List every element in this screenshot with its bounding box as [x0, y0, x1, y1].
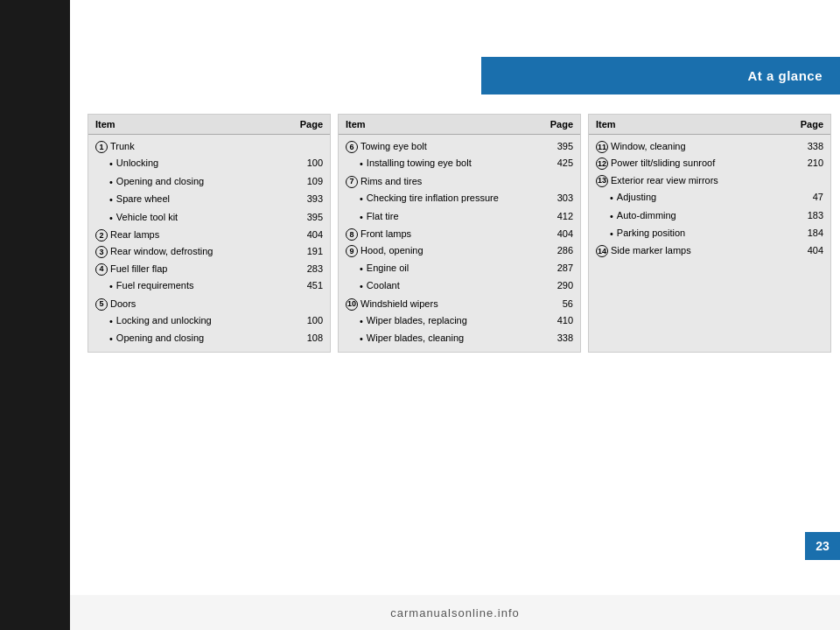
col-item-label: Item: [95, 119, 116, 130]
circle-number: 12: [596, 158, 608, 170]
sub-item: • Wiper blades, replacing: [346, 314, 547, 328]
page-num: 395: [297, 211, 323, 224]
table-row: • Vehicle tool kit 395: [92, 209, 326, 227]
table-header: Item Page: [589, 115, 830, 135]
bullet-icon: •: [109, 212, 113, 225]
sub-item: • Installing towing eye bolt: [346, 157, 547, 171]
sub-item: • Auto-dimming: [596, 209, 797, 223]
numbered-item: 12 Power tilt/sliding sunroof: [596, 157, 797, 170]
bullet-icon: •: [109, 193, 113, 206]
bullet-icon: •: [610, 228, 613, 241]
numbered-item: 13 Exterior rear view mirrors: [596, 174, 797, 187]
index-table-table1: Item Page 1 Trunk • Unlocking 100 •: [88, 114, 331, 353]
sub-item: • Unlocking: [95, 157, 297, 171]
page-num: 338: [797, 140, 823, 153]
watermark-text: carmanualsonline.info: [390, 606, 519, 620]
item-label: Front lamps: [360, 228, 411, 241]
page-num: 191: [297, 245, 323, 258]
table-row: 10 Windshield wipers 56: [342, 296, 577, 312]
sub-item-label: Installing towing eye bolt: [367, 157, 472, 170]
bullet-icon: •: [360, 211, 363, 224]
table-row: 12 Power tilt/sliding sunroof 210: [592, 155, 827, 172]
page-num: 393: [297, 192, 323, 206]
item-label: Towing eye bolt: [360, 140, 427, 153]
circle-number: 6: [346, 141, 358, 153]
sub-item-label: Coolant: [367, 279, 400, 292]
page-num: 404: [547, 228, 573, 241]
page-content: At a glance Item Page 1 Trunk • Unlockin…: [70, 0, 840, 595]
table-header: Item Page: [339, 115, 580, 135]
page-num: 108: [297, 332, 323, 345]
item-label: Doors: [110, 298, 136, 311]
circle-number: 2: [95, 229, 108, 242]
bullet-icon: •: [109, 280, 113, 293]
page-badge: 23: [805, 532, 840, 560]
table-row: • Parking position 184: [592, 225, 827, 242]
bullet-icon: •: [360, 158, 363, 171]
bullet-icon: •: [610, 192, 613, 205]
table-body: 6 Towing eye bolt 395 • Installing towin…: [339, 135, 580, 352]
sub-item-label: Flat tire: [367, 210, 399, 223]
tables-container: Item Page 1 Trunk • Unlocking 100 •: [88, 114, 831, 353]
table-row: • Checking tire inflation pressure 303: [342, 190, 577, 207]
sub-item-label: Auto-dimming: [617, 209, 676, 222]
sub-item: • Coolant: [346, 279, 547, 293]
header-banner: At a glance: [481, 57, 840, 94]
page-num: 210: [797, 157, 823, 170]
page-num: 395: [547, 140, 573, 153]
numbered-item: 4 Fuel filler flap: [95, 262, 297, 276]
bullet-icon: •: [360, 332, 363, 346]
page-num: 404: [297, 228, 323, 242]
item-label: Power tilt/sliding sunroof: [611, 157, 715, 170]
table-row: • Engine oil 287: [342, 260, 577, 277]
page-number: 23: [816, 539, 830, 553]
table-row: • Fuel requirements 451: [92, 277, 326, 295]
table-row: • Wiper blades, replacing 410: [342, 312, 577, 330]
numbered-item: 1 Trunk: [95, 140, 297, 153]
page-num: 303: [547, 192, 573, 205]
col-item-label: Item: [596, 119, 616, 130]
table-row: 4 Fuel filler flap 283: [92, 261, 326, 277]
sub-item: • Vehicle tool kit: [95, 211, 297, 225]
numbered-item: 11 Window, cleaning: [596, 140, 797, 153]
table-row: • Opening and closing 108: [92, 330, 326, 347]
sub-item-label: Vehicle tool kit: [116, 211, 178, 224]
circle-number: 14: [596, 245, 608, 257]
page-num: 425: [547, 157, 573, 170]
circle-number: 3: [95, 246, 108, 258]
sub-item: • Engine oil: [346, 262, 547, 276]
table-body: 11 Window, cleaning 338 12 Power tilt/sl…: [589, 135, 830, 263]
item-label: Rear window, defrosting: [110, 245, 213, 258]
item-label: Fuel filler flap: [110, 262, 167, 276]
page-num: 109: [297, 175, 323, 188]
circle-number: 8: [346, 228, 358, 241]
table-row: • Opening and closing 109: [92, 173, 326, 191]
table-row: 14 Side marker lamps 404: [592, 242, 827, 259]
item-label: Exterior rear view mirrors: [611, 174, 718, 187]
sub-item: • Opening and closing: [95, 332, 297, 346]
table-row: • Locking and unlocking 100: [92, 312, 326, 330]
table-header: Item Page: [88, 115, 330, 135]
sub-item: • Locking and unlocking: [95, 314, 297, 328]
watermark: carmanualsonline.info: [70, 595, 840, 630]
page-num: 286: [547, 244, 573, 257]
table-row: • Adjusting 47: [592, 189, 827, 206]
table-row: 5 Doors: [92, 296, 326, 312]
left-sidebar: [0, 0, 70, 630]
circle-number: 5: [95, 298, 108, 311]
table-row: 7 Rims and tires: [342, 173, 577, 190]
col-item-label: Item: [346, 119, 366, 130]
table-row: 8 Front lamps 404: [342, 226, 577, 242]
numbered-item: 6 Towing eye bolt: [346, 140, 547, 153]
bullet-icon: •: [610, 210, 613, 223]
bullet-icon: •: [109, 332, 113, 346]
sub-item-label: Wiper blades, cleaning: [367, 332, 464, 345]
table-row: • Unlocking 100: [92, 155, 326, 172]
sub-item-label: Fuel requirements: [116, 279, 194, 292]
numbered-item: 9 Hood, opening: [346, 244, 547, 257]
table-row: 9 Hood, opening 286: [342, 242, 577, 259]
circle-number: 1: [95, 141, 108, 153]
page-num: 412: [547, 210, 573, 223]
sub-item-label: Spare wheel: [116, 192, 170, 206]
circle-number: 4: [95, 263, 108, 276]
